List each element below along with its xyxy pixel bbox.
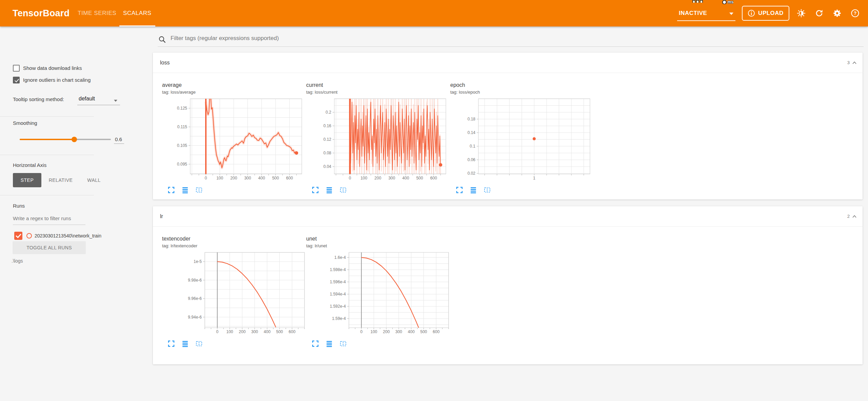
svg-text:0.2: 0.2 <box>326 110 331 115</box>
tooltip-artifact: ms <box>722 0 733 4</box>
tag-filter-input[interactable] <box>170 35 578 42</box>
data-table-icon[interactable] <box>326 340 333 347</box>
divider <box>0 155 94 155</box>
expand-icon[interactable] <box>167 340 175 347</box>
svg-text:200: 200 <box>374 176 381 180</box>
svg-text:400: 400 <box>408 329 415 334</box>
svg-text:500: 500 <box>420 329 427 334</box>
tag-filter-bar <box>158 33 864 47</box>
svg-text:600: 600 <box>433 329 439 334</box>
tab-scalars[interactable]: SCALARS <box>123 0 152 26</box>
divider <box>0 116 94 117</box>
collapse-group-button[interactable]: 3 <box>847 53 857 73</box>
fit-domain-icon[interactable] <box>339 340 347 347</box>
svg-text:9.94e-6: 9.94e-6 <box>188 315 202 320</box>
chart-tag: tag: lr/textencoder <box>162 243 306 249</box>
svg-text:200: 200 <box>230 176 237 180</box>
svg-text:300: 300 <box>388 176 395 180</box>
chart-toolbar <box>167 186 306 194</box>
smoothing-slider[interactable] <box>20 139 111 140</box>
upload-button[interactable]: UPLOAD <box>742 6 789 21</box>
svg-text:0.105: 0.105 <box>177 143 187 148</box>
chart-row: averagetag: loss/average0.0950.1050.1150… <box>162 82 594 194</box>
run-name: 20230301213540\network_train <box>35 233 101 238</box>
svg-text:100: 100 <box>226 329 233 334</box>
chart-plot-lr-unet[interactable]: 1.6e-41.598e-41.596e-41.594e-41.592e-41.… <box>306 251 450 335</box>
svg-text:0.08: 0.08 <box>323 151 332 155</box>
horizontal-axis-label: Horizontal Axis <box>13 162 46 168</box>
fit-domain-icon[interactable] <box>195 340 203 347</box>
refresh-icon[interactable] <box>814 8 824 18</box>
tab-time-series[interactable]: TIME SERIES <box>78 0 116 26</box>
log-directory-path: .\logs <box>12 258 23 264</box>
collapse-group-button[interactable]: 2 <box>847 206 857 226</box>
svg-text:1.594e-4: 1.594e-4 <box>330 292 346 297</box>
svg-text:600: 600 <box>289 329 295 334</box>
svg-text:1: 1 <box>533 176 535 180</box>
svg-text:0.14: 0.14 <box>468 130 476 135</box>
chart-plot-lr-textencoder[interactable]: 1e-59.98e-69.96e-69.94e-6010020030040050… <box>162 251 306 335</box>
runs-regex-input[interactable] <box>13 215 85 221</box>
smoothing-value[interactable]: 0.6 <box>115 136 122 142</box>
chart-title: epoch <box>450 82 594 89</box>
svg-text:500: 500 <box>416 176 423 180</box>
svg-text:0.095: 0.095 <box>177 162 187 167</box>
run-color-swatch[interactable] <box>26 233 32 238</box>
show-download-links-label: Show data download links <box>23 65 82 71</box>
svg-text:100: 100 <box>370 329 377 334</box>
fit-domain-icon[interactable] <box>195 186 203 194</box>
card-header: loss 3 <box>153 53 863 73</box>
app-title: TensorBoard <box>13 0 70 26</box>
svg-text:0.02: 0.02 <box>468 171 476 176</box>
help-icon[interactable]: ? <box>850 8 860 18</box>
tooltip-sort-select[interactable]: default <box>79 96 95 102</box>
svg-text:100: 100 <box>216 176 223 180</box>
axis-relative-button[interactable]: RELATIVE <box>46 173 75 187</box>
axis-wall-button[interactable]: WALL <box>81 173 106 187</box>
chart-tag: tag: loss/current <box>306 89 450 95</box>
select-underline <box>77 105 120 105</box>
chart-plot-loss-current[interactable]: 0.040.080.120.160.20100200300400500600 <box>306 97 450 182</box>
data-status-value: INACTIVE <box>679 7 707 20</box>
chart-tile-lr-textencoder: textencodertag: lr/textencoder1e-59.98e-… <box>162 235 306 347</box>
svg-text:500: 500 <box>272 176 279 180</box>
svg-text:1.596e-4: 1.596e-4 <box>330 280 346 284</box>
data-table-icon[interactable] <box>181 340 189 347</box>
brightness-icon[interactable] <box>796 8 806 18</box>
settings-icon[interactable] <box>832 8 842 18</box>
chart-plot-loss-epoch[interactable]: 0.020.060.10.140.181 <box>450 97 594 182</box>
data-status-dropdown[interactable]: INACTIVE <box>677 7 735 21</box>
fit-domain-icon[interactable] <box>339 186 347 194</box>
svg-text:1.592e-4: 1.592e-4 <box>330 304 346 309</box>
run-checkbox[interactable] <box>14 232 22 240</box>
expand-icon[interactable] <box>167 186 175 194</box>
expand-icon[interactable] <box>312 186 319 194</box>
data-table-icon[interactable] <box>470 186 477 194</box>
show-download-links-checkbox[interactable] <box>13 65 20 72</box>
chart-row: textencodertag: lr/textencoder1e-59.98e-… <box>162 235 450 347</box>
svg-text:400: 400 <box>402 176 409 180</box>
svg-text:200: 200 <box>239 329 245 334</box>
upload-label: UPLOAD <box>758 10 784 17</box>
svg-text:1.598e-4: 1.598e-4 <box>330 267 346 272</box>
tooltip-artifact <box>692 0 703 3</box>
fit-domain-icon[interactable] <box>484 186 491 194</box>
expand-icon[interactable] <box>456 186 463 194</box>
svg-text:0: 0 <box>216 329 218 334</box>
slider-fill <box>20 139 74 140</box>
axis-step-button[interactable]: STEP <box>13 173 41 187</box>
chart-tag: tag: lr/unet <box>306 243 450 249</box>
data-table-icon[interactable] <box>181 186 189 194</box>
svg-text:0.115: 0.115 <box>177 125 187 129</box>
svg-text:0.12: 0.12 <box>323 137 332 142</box>
smoothing-value-underline <box>114 144 124 144</box>
ignore-outliers-checkbox[interactable] <box>13 77 20 83</box>
expand-icon[interactable] <box>312 340 319 347</box>
data-table-icon[interactable] <box>326 186 333 194</box>
slider-thumb[interactable] <box>72 137 77 142</box>
chart-plot-loss-average[interactable]: 0.0950.1050.1150.1250100200300400500600 <box>162 97 306 182</box>
chart-title: average <box>162 82 306 89</box>
toggle-all-runs-button[interactable]: TOGGLE ALL RUNS <box>13 241 86 254</box>
chart-tile-loss-current: currenttag: loss/current0.040.080.120.16… <box>306 82 450 194</box>
tag-group-title: loss <box>160 53 170 73</box>
